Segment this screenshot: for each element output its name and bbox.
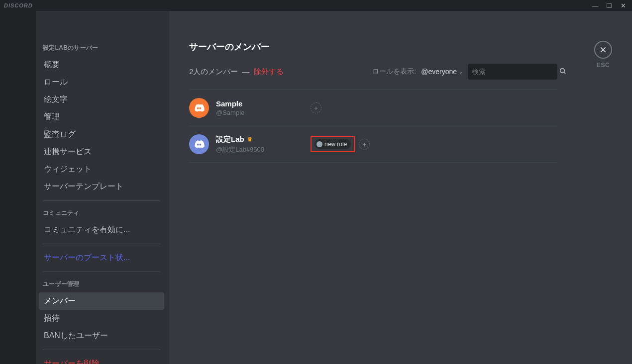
search-box[interactable] [468,64,557,80]
sidebar-item-template[interactable]: サーバーテンプレート [39,178,164,195]
add-role-button[interactable]: + [311,102,321,113]
sidebar-item-moderation[interactable]: 管理 [39,108,164,126]
role-filter-select[interactable]: @everyone ⌄ [421,68,463,76]
sidebar-section-user-mgmt: ユーザー管理 [39,277,164,292]
owner-crown-icon: ♛ [247,136,252,143]
prune-link[interactable]: 除外する [254,67,284,76]
sidebar-item-integrations[interactable]: 連携サービス [39,143,164,161]
sidebar-item-members[interactable]: メンバー [39,292,164,310]
role-filter-value: @everyone [421,68,457,76]
sidebar-item-bans[interactable]: BANしたユーザー [39,327,164,345]
sidebar-section-server: 設定LABのサーバー [39,41,164,56]
sidebar-item-roles[interactable]: ロール [39,74,164,91]
page-title: サーバーのメンバー [189,41,557,53]
avatar [189,98,209,118]
sidebar-item-emoji[interactable]: 絵文字 [39,91,164,108]
member-row[interactable]: 設定Lab♛@設定Lab#9500new role+ [189,126,557,163]
sidebar-separator [43,272,160,272]
role-label: new role [324,141,347,148]
search-icon [559,67,567,77]
window-close-button[interactable]: ✕ [616,0,630,11]
guild-strip [0,11,36,364]
app-brand: DISCORD [4,2,33,8]
role-pill[interactable]: new role [315,139,351,149]
sidebar-separator [43,350,160,350]
role-highlight-box: new role [311,136,355,152]
member-tag: @Sample [216,109,311,116]
sidebar-item-enable-community[interactable]: コミュニティを有効に... [39,221,164,239]
sidebar-item-delete-server[interactable]: サーバーを削除 [39,355,164,364]
member-count: 2人のメンバー [189,67,238,76]
svg-point-0 [560,68,565,73]
member-tag: @設定Lab#9500 [216,145,311,154]
window-maximize-button[interactable]: ☐ [602,0,616,11]
add-role-button[interactable]: + [359,139,370,150]
member-count-row: 2人のメンバー — 除外する [189,67,284,77]
member-name: 設定Lab♛ [216,135,311,144]
esc-label: ESC [594,62,612,69]
sidebar-item-audit-log[interactable]: 監査ログ [39,126,164,143]
chevron-down-icon: ⌄ [459,69,463,75]
sidebar-item-boost[interactable]: サーバーのブースト状... [39,249,164,267]
sidebar-separator [43,244,160,244]
settings-sidebar: 設定LABのサーバー 概要 ロール 絵文字 管理 監査ログ 連携サービス ウィジ… [36,11,169,364]
avatar [189,134,209,154]
sidebar-item-widget[interactable]: ウィジェット [39,161,164,178]
sidebar-section-community: コミュニティ [39,206,164,221]
close-button[interactable] [594,41,612,59]
role-filter-label: ロールを表示: [372,67,416,76]
member-row[interactable]: Sample@Sample+ [189,90,557,126]
sidebar-separator [43,200,160,201]
sidebar-item-overview[interactable]: 概要 [39,56,164,74]
search-input[interactable] [472,68,559,76]
svg-line-1 [564,72,565,74]
dash: — [242,67,250,76]
member-name: Sample [216,99,311,108]
window-minimize-button[interactable]: — [588,0,602,11]
sidebar-item-invites[interactable]: 招待 [39,310,164,327]
role-color-dot [316,141,322,147]
